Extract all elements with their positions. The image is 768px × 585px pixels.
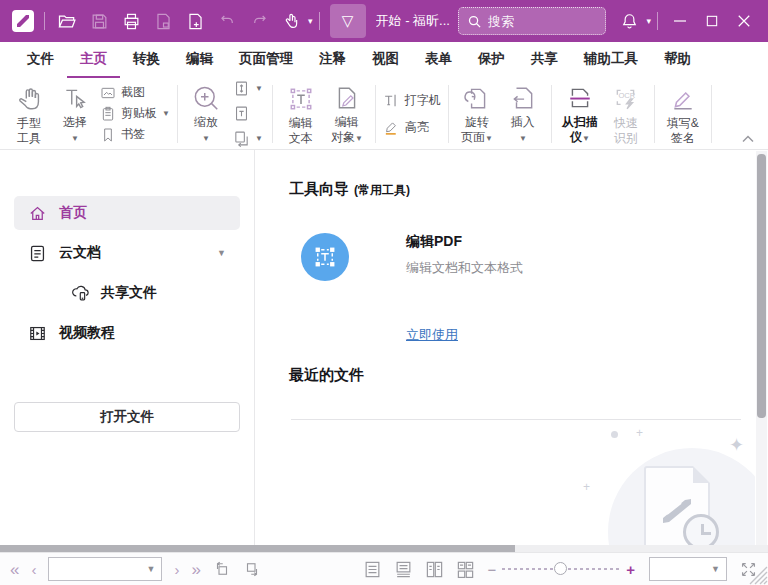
sidebar: 首页 云文档 ▼ 共享文件 视频教程 打开文件 (0, 150, 255, 545)
maximize-button[interactable] (699, 8, 725, 34)
first-page-button[interactable]: « (10, 561, 19, 578)
next-page-button[interactable]: › (174, 562, 179, 577)
zoom-percent-combobox[interactable]: ▼ (649, 557, 727, 581)
facing-view-button[interactable] (425, 560, 444, 579)
last-page-button[interactable]: » (191, 561, 200, 578)
edit-text-icon (288, 85, 314, 113)
search-box[interactable] (458, 7, 606, 35)
sidebar-item-cloud-docs[interactable]: 云文档 ▼ (14, 236, 240, 270)
insert-pages-button[interactable]: 插入▼ (500, 81, 546, 146)
zoom-slider[interactable]: − + (487, 561, 635, 578)
vertical-scrollbar-thumb[interactable] (757, 154, 766, 418)
caret-down-icon: ▼ (71, 134, 79, 143)
sparkle-icon: + (636, 426, 643, 440)
page-fit-group: ▼ ▼ (233, 80, 263, 148)
minimize-button[interactable] (667, 8, 693, 34)
edit-text-button[interactable]: 编辑文本 (278, 82, 324, 146)
menu-share[interactable]: 共享 (518, 42, 571, 78)
save-icon[interactable] (86, 8, 112, 34)
sidebar-item-shared-files[interactable]: 共享文件 (56, 276, 240, 310)
highlight-button[interactable]: 高亮 (383, 115, 441, 139)
shared-files-icon (70, 284, 89, 303)
extract-page-icon[interactable] (150, 8, 176, 34)
hand-tool-button[interactable]: 手型工具 (6, 82, 52, 146)
screenshot-button[interactable]: 截图 (100, 84, 170, 102)
start-tab-dropdown[interactable]: ▽ (330, 4, 366, 38)
zoom-label: 缩放▼ (194, 115, 218, 146)
menu-file[interactable]: 文件 (14, 42, 67, 78)
clipboard-icon (100, 106, 116, 122)
caret-down-icon[interactable]: ▾ (646, 16, 651, 26)
typewriter-button[interactable]: 打字机 (383, 88, 441, 112)
caret-down-icon: ▼ (355, 134, 363, 143)
previous-page-button[interactable]: ‹ (31, 562, 36, 577)
fill-sign-button[interactable]: 填写&签名 (660, 82, 706, 146)
edit-object-icon (334, 84, 360, 112)
continuous-view-button[interactable] (394, 560, 413, 579)
menu-home[interactable]: 主页 (67, 42, 120, 78)
menu-page-management[interactable]: 页面管理 (226, 42, 306, 78)
edit-object-button[interactable]: 编辑对象▼ (324, 81, 370, 146)
menu-help[interactable]: 帮助 (651, 42, 704, 78)
bookmark-button[interactable]: 书签 (100, 126, 170, 144)
menu-accessibility[interactable]: 辅助工具 (571, 42, 651, 78)
from-scanner-button[interactable]: 从扫描仪▼ (557, 81, 603, 146)
start-tab-title[interactable]: 开始 - 福昕... (376, 12, 450, 30)
close-button[interactable] (731, 8, 757, 34)
menu-view[interactable]: 视图 (359, 42, 412, 78)
select-tool-button[interactable]: 选择▼ (52, 81, 98, 146)
quick-ocr-button[interactable]: OCR 快速识别 (603, 82, 649, 146)
redo-icon[interactable] (246, 8, 272, 34)
card-title: 编辑PDF (406, 233, 462, 251)
fit-page-icon (233, 80, 250, 97)
open-file-icon[interactable] (54, 8, 80, 34)
new-document-icon[interactable] (182, 8, 208, 34)
rotate-pages-button[interactable]: 旋转页面▼ (454, 81, 500, 146)
horizontal-scrollbar[interactable] (0, 545, 768, 552)
sidebar-item-video-tutorials[interactable]: 视频教程 (14, 316, 240, 350)
edit-text-label: 编辑文本 (284, 116, 318, 146)
zoom-slider-knob[interactable] (554, 562, 567, 575)
sidebar-item-label: 视频教程 (59, 324, 115, 342)
caret-down-icon[interactable]: ▾ (308, 16, 313, 26)
horizontal-scrollbar-thumb[interactable] (0, 545, 515, 552)
open-file-button[interactable]: 打开文件 (14, 402, 240, 432)
edit-pdf-icon[interactable] (301, 233, 349, 281)
zoom-out-icon[interactable]: − (487, 561, 496, 578)
window-resize-grip[interactable] (748, 565, 768, 585)
use-now-link[interactable]: 立即使用 (406, 326, 458, 344)
reflow-button[interactable]: ▼ (233, 130, 263, 148)
vertical-scrollbar[interactable] (756, 151, 767, 545)
clipboard-button[interactable]: 剪贴板 ▼ (100, 105, 170, 123)
next-view-button[interactable] (243, 560, 261, 578)
caret-down-icon[interactable]: ▼ (217, 248, 226, 258)
hand-touch-mode-icon[interactable] (278, 8, 304, 34)
sidebar-item-label: 共享文件 (101, 284, 157, 302)
facing-continuous-view-button[interactable] (456, 560, 475, 579)
menu-comment[interactable]: 注释 (306, 42, 359, 78)
single-page-view-button[interactable] (363, 560, 382, 579)
zoom-slider-track[interactable] (502, 568, 620, 570)
undo-icon[interactable] (214, 8, 240, 34)
notifications-bell-icon[interactable] (616, 8, 642, 34)
menu-convert[interactable]: 转换 (120, 42, 173, 78)
collapse-toolbar-chevron[interactable] (742, 129, 754, 147)
caret-down-icon: ▼ (255, 84, 263, 93)
search-input[interactable] (488, 14, 588, 29)
hand-tool-label: 手型工具 (12, 116, 46, 146)
previous-view-button[interactable] (213, 560, 231, 578)
tools-guide-title: 工具向导(常用工具) (289, 180, 410, 199)
zoom-tool-button[interactable]: 缩放▼ (183, 81, 229, 146)
ocr-icon: OCR (613, 85, 639, 113)
select-tool-label: 选择▼ (63, 115, 87, 146)
page-number-combobox[interactable]: ▼ (48, 557, 162, 581)
menu-protect[interactable]: 保护 (465, 42, 518, 78)
print-icon[interactable] (118, 8, 144, 34)
menu-form[interactable]: 表单 (412, 42, 465, 78)
menu-edit[interactable]: 编辑 (173, 42, 226, 78)
zoom-in-icon[interactable]: + (626, 561, 635, 578)
sidebar-item-home[interactable]: 首页 (14, 196, 240, 230)
fit-page-button[interactable]: ▼ (233, 80, 263, 98)
actual-size-button[interactable] (233, 105, 263, 123)
cloud-document-icon (28, 244, 47, 263)
